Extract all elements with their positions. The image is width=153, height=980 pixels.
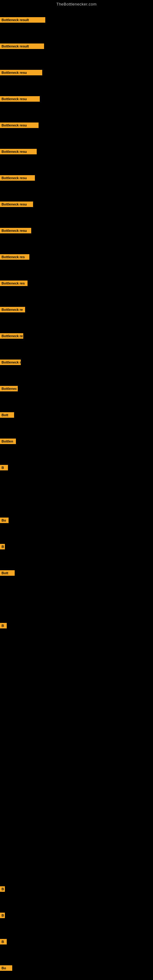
bar-row: Bottleneck resu bbox=[0, 175, 35, 181]
bar-row: B bbox=[0, 465, 8, 470]
bar-row: Bottleneck re bbox=[0, 333, 23, 339]
bar-row: Bottlenec bbox=[0, 386, 18, 391]
bar-label: Bottleneck res bbox=[0, 280, 27, 286]
bar-label: Bott bbox=[0, 412, 14, 418]
bar-row: B bbox=[0, 623, 7, 628]
bar-label: Bottleneck re bbox=[0, 307, 25, 312]
bar-label: Bottleneck resu bbox=[0, 149, 37, 154]
bar-row: Bottleneck res bbox=[0, 280, 27, 286]
bar-row: Bottleneck result bbox=[0, 43, 44, 49]
bar-label: Bo bbox=[0, 517, 9, 523]
bar-label: Bottlenec bbox=[0, 386, 18, 391]
bar-label: Bottleneck resu bbox=[0, 228, 31, 233]
bar-row: Bottleneck re bbox=[0, 307, 25, 312]
bar-label: Bottleneck resu bbox=[0, 96, 40, 102]
bar-row: Bo bbox=[0, 517, 9, 523]
bar-label: B bbox=[0, 886, 5, 892]
bar-row: Bottleneck resu bbox=[0, 70, 42, 75]
bar-row: Bottleneck resu bbox=[0, 202, 33, 207]
bar-row: B bbox=[0, 544, 5, 549]
site-title: TheBottlenecker.com bbox=[0, 0, 153, 8]
bar-row: Bott bbox=[0, 570, 15, 576]
bar-label: Bottleneck resu bbox=[0, 202, 33, 207]
bar-row: B bbox=[0, 939, 7, 945]
bar-label: B bbox=[0, 544, 5, 549]
bar-label: B bbox=[0, 465, 8, 470]
bar-row: Bottleneck resu bbox=[0, 123, 38, 128]
bar-label: Bottleneck resu bbox=[0, 175, 35, 181]
page-container: TheBottlenecker.com Bottleneck resultBot… bbox=[0, 0, 153, 980]
bar-label: Bott bbox=[0, 570, 15, 576]
bar-label: Bottleneck resu bbox=[0, 123, 38, 128]
bar-label: Bottleneck result bbox=[0, 17, 45, 23]
bar-row: Bott bbox=[0, 412, 14, 418]
bar-row: Bottleneck r bbox=[0, 360, 21, 365]
bar-row: Bottleneck resu bbox=[0, 228, 31, 233]
bar-row: Bo bbox=[0, 965, 12, 971]
bar-label: B bbox=[0, 623, 7, 628]
bar-label: Bottlen bbox=[0, 439, 16, 444]
bar-label: B bbox=[0, 913, 5, 918]
bar-label: Bo bbox=[0, 965, 12, 971]
bar-label: B bbox=[0, 939, 7, 945]
bar-row: Bottleneck res bbox=[0, 254, 29, 260]
bar-row: B bbox=[0, 886, 5, 892]
bar-label: Bottleneck resu bbox=[0, 70, 42, 75]
bar-label: Bottleneck result bbox=[0, 43, 44, 49]
bar-label: Bottleneck re bbox=[0, 333, 23, 339]
bar-row: Bottlen bbox=[0, 439, 16, 444]
bar-row: Bottleneck resu bbox=[0, 96, 40, 102]
bar-label: Bottleneck r bbox=[0, 360, 21, 365]
bar-label: Bottleneck res bbox=[0, 254, 29, 260]
bar-row: Bottleneck result bbox=[0, 17, 45, 23]
bar-row: Bottleneck resu bbox=[0, 149, 37, 154]
bar-row: B bbox=[0, 913, 5, 918]
